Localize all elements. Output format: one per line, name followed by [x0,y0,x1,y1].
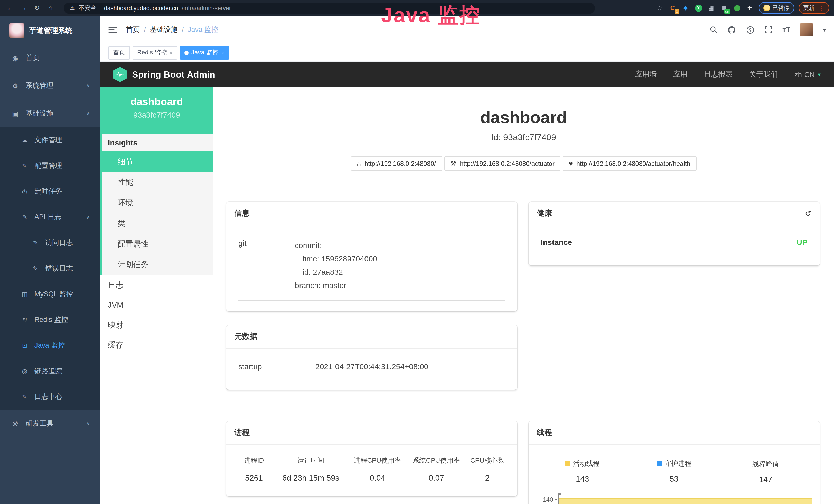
github-icon[interactable] [727,25,736,34]
sba-item-environment[interactable]: 环境 [102,192,213,213]
sidebar-item-infrastructure[interactable]: ▣ 基础设施 ∧ [0,100,100,127]
sidebar-item-access-logs[interactable]: ✎ 访问日志 [0,230,100,256]
sidebar-item-java-monitor[interactable]: ⊡ Java 监控 [0,333,100,359]
y-axis-tick: 140 [537,496,553,503]
search-icon[interactable] [709,26,718,34]
sba-nav-journal[interactable]: 日志报表 [704,70,733,79]
health-key: Instance [541,238,572,247]
sba-brand-title[interactable]: Spring Boot Admin [132,69,215,80]
sba-item-logs[interactable]: 日志 [100,275,213,295]
sba-item-caches[interactable]: 缓存 [100,335,213,355]
address-bar[interactable]: ⚠ 不安全 dashboard.yudao.iocoder.cn/infra/a… [64,2,595,14]
edit-icon: ✎ [21,162,28,169]
sidebar-item-label: API 日志 [35,212,61,222]
browser-menu-icon[interactable]: ⋮ [818,4,824,12]
reload-icon[interactable]: ↻ [32,4,42,12]
sba-item-scheduled-tasks[interactable]: 计划任务 [102,254,213,275]
instance-header[interactable]: dashboard 93a3fc7f7409 [100,87,213,134]
tab-java-monitor[interactable]: Java 监控× [180,46,229,59]
sidebar-item-api-logs[interactable]: ✎ API 日志 ∧ [0,204,100,230]
update-button[interactable]: 更新 ⋮ [798,2,829,14]
stat-label: 线程峰值 [752,460,779,469]
sidebar-item-log-center[interactable]: ✎ 日志中心 [0,384,100,410]
sidebar-toggle-icon[interactable] [108,26,117,33]
sba-item-details[interactable]: 细节 [100,152,213,172]
actuator-url-button[interactable]: ⚒http://192.168.0.2:48080/actuator [444,156,561,171]
sba-item-config-props[interactable]: 配置属性 [102,234,213,254]
bookmark-star-icon[interactable]: ☆ [656,4,664,12]
sidebar-item-redis-monitor[interactable]: ≋ Redis 监控 [0,307,100,333]
svg-text:?: ? [749,27,751,32]
col-header-process-cpu: 进程CPU使用率 [348,456,407,465]
home-icon[interactable]: ⌂ [45,4,56,12]
avatar[interactable] [800,23,813,37]
chevron-up-icon: ∧ [87,215,90,220]
security-label[interactable]: 不安全 [79,4,96,12]
process-card: 进程 进程ID 运行时间 进程CPU使用率 系统CPU使用率 CPU核心数 [226,421,517,496]
sidebar-item-dev-tools[interactable]: ⚒ 研发工具 ∨ [0,410,100,437]
history-icon[interactable]: ↺ [805,209,811,218]
close-icon[interactable]: × [170,49,173,56]
spring-boot-admin-logo[interactable] [113,67,127,82]
font-size-icon[interactable]: тT [782,26,790,34]
sidebar-item-system-mgmt[interactable]: ⚙ 系统管理 ∨ [0,72,100,100]
sba-nav-about[interactable]: 关于我们 [749,70,778,79]
fullscreen-icon[interactable] [764,26,773,34]
extension-grid-icon[interactable]: ▦ [707,4,715,12]
breadcrumb-infrastructure[interactable]: 基础设施 [150,25,178,35]
back-icon[interactable]: ← [5,4,16,12]
forward-icon[interactable]: → [19,4,29,12]
card-title: 元数据 [234,332,257,342]
health-url-button[interactable]: ♥http://192.168.0.2:48080/actuator/healt… [563,156,697,171]
sba-item-jvm[interactable]: JVM [100,295,213,315]
metadata-card: 元数据 startup 2021-04-27T00:44:31.254+08:0… [226,325,517,390]
browser-toolbar-right: ☆ C1 ◆ Y ▦ ≣on ✚ 已暂停 更新 ⋮ [656,2,829,14]
extension-pin-icon[interactable]: ◆ [681,4,690,12]
header-actions: ? тT ▾ [709,23,826,37]
extension-stack-icon[interactable]: ≣on [720,4,728,12]
sba-item-metrics[interactable]: 性能 [102,172,213,192]
extension-y-icon[interactable]: Y [694,4,702,12]
sidebar-item-file-mgmt[interactable]: ☁ 文件管理 [0,127,100,153]
sidebar-item-error-logs[interactable]: ✎ 错误日志 [0,256,100,281]
sidebar-item-label: 定时任务 [35,187,62,196]
dashboard-icon: ◉ [11,54,19,62]
locale-label: zh-CN [794,70,815,78]
sidebar-item-mysql-monitor[interactable]: ◫ MySQL 监控 [0,281,100,307]
service-url-button[interactable]: ⌂http://192.168.0.2:48080/ [351,156,442,171]
tab-home[interactable]: 首页 [108,46,130,59]
sidebar-item-label: 系统管理 [26,81,53,90]
sidebar-item-scheduled-tasks[interactable]: ◷ 定时任务 [0,179,100,204]
app-logo-row[interactable]: 芋道管理系统 [0,16,100,44]
sidebar-item-home[interactable]: ◉ 首页 [0,44,100,72]
address-divider [100,5,101,11]
sidebar-item-config-mgmt[interactable]: ✎ 配置管理 [0,153,100,179]
sba-main: dashboard Id: 93a3fc7f7409 ⌂http://192.1… [213,87,834,504]
avatar-caret-icon[interactable]: ▾ [823,27,826,32]
locale-select[interactable]: zh-CN▾ [794,70,821,78]
sidebar-item-label: 链路追踪 [35,367,62,376]
close-icon[interactable]: × [221,49,224,56]
insecure-warning-icon: ⚠ [70,5,75,11]
live-threads-area-series [559,498,812,504]
paused-label: 已暂停 [772,4,789,12]
extension-puzzle-icon[interactable]: ✚ [746,4,754,12]
sidebar-item-label: 研发工具 [26,419,53,428]
info-card: 信息 git commit: time: 1596289704000 id: 2… [226,202,517,311]
tab-redis-monitor[interactable]: Redis 监控× [133,46,177,59]
extension-colorzilla-icon[interactable]: C1 [668,4,677,12]
sidebar-item-tracing[interactable]: ◎ 链路追踪 [0,359,100,384]
paused-pill[interactable]: 已暂停 [759,2,794,14]
sba-nav-wallboard[interactable]: 应用墙 [635,70,657,79]
timer-icon: ◷ [21,188,28,195]
sba-nav-applications[interactable]: 应用 [673,70,687,79]
extension-green-icon[interactable] [733,4,741,12]
sba-item-mappings[interactable]: 映射 [100,315,213,335]
sba-item-classes[interactable]: 类 [102,213,213,234]
help-icon[interactable]: ? [746,25,755,34]
main-sidebar: 芋道管理系统 ◉ 首页 ⚙ 系统管理 ∨ ▣ 基础设施 ∧ ☁ 文件管理 [0,16,100,504]
stat-daemon-threads: 守护进程 53 [628,459,720,484]
sidebar-item-label: 文件管理 [35,136,62,145]
breadcrumb-home[interactable]: 首页 [126,25,140,35]
sidebar-item-label: 基础设施 [26,109,53,118]
